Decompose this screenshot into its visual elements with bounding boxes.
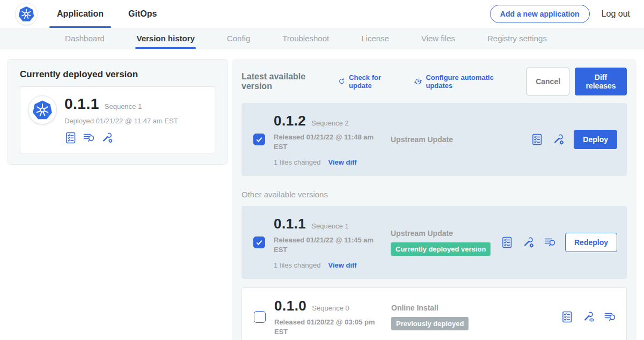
preflight-checklist-icon[interactable]: [64, 131, 77, 144]
check-for-update-link[interactable]: Check for update: [338, 73, 400, 90]
logs-magnifier-icon[interactable]: [83, 131, 96, 144]
kubernetes-logo-icon: [32, 99, 53, 121]
deployed-version-info: 0.1.1 Sequence 1 Deployed 01/21/22 @ 11:…: [64, 95, 178, 144]
deployed-action-icons: [64, 131, 178, 144]
currently-deployed-panel: Currently deployed version 0.1.1 Sequenc…: [8, 59, 228, 165]
version-checkbox[interactable]: [254, 311, 266, 323]
deployed-version-card: 0.1.1 Sequence 1 Deployed 01/21/22 @ 11:…: [20, 86, 215, 153]
currently-deployed-title: Currently deployed version: [20, 69, 215, 80]
version-row-0-1-1: 0.1.1 Sequence 1 Released 01/21/22 @ 11:…: [241, 206, 627, 279]
latest-version-title: Latest available version: [241, 72, 329, 91]
version-row-0-1-2: 0.1.2 Sequence 2 Released 01/21/22 @ 11:…: [241, 103, 627, 176]
preflight-checklist-icon[interactable]: [531, 133, 544, 146]
edit-config-wrench-gear-icon[interactable]: [552, 133, 565, 146]
version-actions: [561, 311, 618, 323]
subnav-tab-dashboard[interactable]: Dashboard: [64, 28, 105, 49]
version-checkbox[interactable]: [253, 134, 265, 145]
version-info: 0.1.0 Sequence 0 Released 01/20/22 @ 03:…: [274, 298, 391, 336]
view-diff-link[interactable]: View diff: [328, 261, 356, 269]
source-label: Upstream Update: [391, 229, 501, 238]
sequence-label: Sequence 0: [312, 304, 349, 312]
tab-application[interactable]: Application: [49, 0, 111, 28]
deployed-timestamp: Deployed 01/21/22 @ 11:47 am EST: [64, 117, 178, 125]
version-source: Upstream Update Currently deployed versi…: [391, 229, 501, 256]
version-source: Upstream Update: [391, 135, 531, 144]
preflight-checklist-icon[interactable]: [501, 236, 514, 249]
source-label: Upstream Update: [391, 135, 531, 144]
logout-button[interactable]: Log out: [602, 9, 630, 19]
admin-console-page: Application GitOps Add a new application…: [0, 0, 644, 340]
subnav-tab-troubleshoot[interactable]: Troubleshoot: [281, 28, 330, 49]
version-number: 0.1.0: [274, 298, 306, 314]
version-info: 0.1.1 Sequence 1 Released 01/21/22 @ 11:…: [274, 216, 391, 269]
version-actions: Redeploy: [501, 233, 618, 252]
configure-automatic-updates-link[interactable]: Configure automatic updates: [414, 73, 513, 90]
version-row-0-1-0: 0.1.0 Sequence 0 Released 01/20/22 @ 03:…: [241, 287, 627, 340]
top-nav: Application GitOps Add a new application…: [0, 0, 644, 28]
diff-releases-button[interactable]: Diff releases: [575, 68, 627, 95]
source-label: Online Install: [391, 304, 561, 312]
subnav-tab-view-files[interactable]: View files: [420, 28, 456, 49]
previously-deployed-badge: Previously deployed: [391, 317, 469, 330]
version-actions: Deploy: [531, 130, 618, 149]
files-changed-label: 1 files changed: [274, 158, 320, 166]
sequence-label: Sequence 2: [311, 119, 348, 127]
deployed-sequence-label: Sequence 1: [105, 102, 142, 110]
redeploy-button[interactable]: Redeploy: [565, 233, 617, 252]
app-sub-nav: Dashboard Version history Config Trouble…: [0, 28, 644, 49]
clock-refresh-icon: [414, 77, 422, 86]
main-content: Currently deployed version 0.1.1 Sequenc…: [0, 49, 644, 340]
version-number: 0.1.2: [274, 113, 306, 129]
latest-version-header: Latest available version Check for updat…: [241, 68, 627, 95]
sequence-label: Sequence 1: [311, 222, 348, 230]
subnav-tab-registry-settings[interactable]: Registry settings: [486, 28, 548, 49]
logs-magnifier-icon[interactable]: [604, 311, 617, 323]
files-changed-label: 1 files changed: [274, 261, 320, 269]
refresh-icon: [338, 77, 346, 86]
released-timestamp: Released 01/20/22 @ 03:05 pm EST: [274, 317, 391, 336]
logs-magnifier-icon[interactable]: [544, 236, 557, 249]
header-actions: Cancel Diff releases: [526, 68, 627, 95]
subnav-tab-version-history[interactable]: Version history: [135, 28, 195, 49]
version-history-panel: Latest available version Check for updat…: [232, 59, 636, 340]
checkmark-icon: [255, 135, 264, 144]
edit-config-wrench-gear-icon[interactable]: [522, 236, 535, 249]
version-checkbox[interactable]: [253, 236, 265, 248]
app-icon-badge: [28, 95, 57, 124]
tab-gitops[interactable]: GitOps: [121, 0, 164, 28]
preflight-checklist-icon[interactable]: [561, 311, 574, 323]
edit-config-wrench-gear-icon[interactable]: [101, 131, 114, 144]
version-number: 0.1.1: [274, 216, 306, 232]
topnav-right: Add a new application Log out: [490, 5, 644, 23]
version-info: 0.1.2 Sequence 2 Released 01/21/22 @ 11:…: [274, 113, 391, 166]
view-config-wrench-eye-icon[interactable]: [582, 311, 595, 323]
currently-deployed-badge: Currently deployed version: [391, 242, 491, 256]
released-timestamp: Released 01/21/22 @ 11:48 am EST: [274, 132, 391, 151]
cancel-button[interactable]: Cancel: [526, 68, 569, 95]
topnav-tabs: Application GitOps: [49, 0, 174, 28]
released-timestamp: Released 01/21/22 @ 11:45 am EST: [274, 235, 391, 254]
check-for-update-label: Check for update: [349, 73, 400, 90]
view-diff-link[interactable]: View diff: [328, 158, 356, 166]
kubernetes-logo-icon: [18, 5, 35, 23]
other-versions-title: Other available versions: [241, 190, 627, 199]
app-logo: [15, 3, 38, 25]
add-new-application-button[interactable]: Add a new application: [490, 5, 590, 23]
deployed-version-number: 0.1.1: [64, 95, 99, 113]
deploy-button[interactable]: Deploy: [574, 130, 617, 149]
configure-automatic-updates-label: Configure automatic updates: [426, 73, 513, 90]
subnav-tab-config[interactable]: Config: [226, 28, 251, 49]
version-source: Online Install Previously deployed: [391, 304, 561, 330]
subnav-tab-license[interactable]: License: [360, 28, 390, 49]
checkmark-icon: [255, 238, 264, 247]
